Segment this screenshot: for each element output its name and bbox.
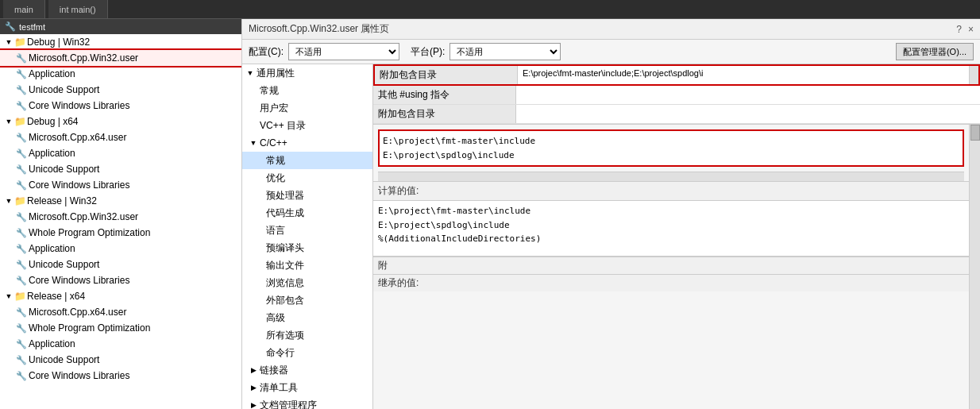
wrench-core1-icon: 🔧 (16, 101, 27, 111)
tree-ms-cpp-win32-user-2[interactable]: 🔧 Microsoft.Cpp.Win32.user (0, 209, 241, 225)
prop-tree-general-cpp-label: 常规 (264, 154, 285, 168)
wrench-core3-icon: 🔧 (16, 276, 27, 286)
expand-debug-x64-icon: ▼ (3, 118, 14, 125)
expand-cpp-icon: ▼ (249, 139, 258, 147)
tab-main[interactable]: main (3, 0, 45, 18)
tree-core-win-4[interactable]: 🔧 Core Windows Libraries (0, 368, 241, 384)
expand-debug-win32-icon: ▼ (3, 38, 14, 46)
tree-whole-prog-2[interactable]: 🔧 Whole Program Optimization (0, 320, 241, 336)
tree-unicode-4-label: Unicode Support (27, 354, 99, 365)
tree-release-x64[interactable]: ▼ 📁 Release | x64 (0, 288, 241, 304)
computed-value-1: E:\project\fmt-master\include (378, 204, 964, 218)
prop-tree-advanced[interactable]: 高级 (242, 309, 372, 326)
other-using-value[interactable] (516, 86, 980, 104)
wrench-core2-icon: 🔧 (16, 180, 27, 191)
tree-whole-prog-1-label: Whole Program Optimization (27, 227, 150, 238)
platform-select[interactable]: 不适用 (449, 43, 561, 60)
vscrollbar-right[interactable] (969, 125, 980, 409)
tab-int-main[interactable]: int main() (48, 0, 108, 18)
tree-core-win-2-label: Core Windows Libraries (27, 179, 129, 191)
wrench-app3-icon: 🔧 (16, 244, 27, 254)
prop-tree-external-label: 外部包含 (264, 294, 304, 307)
wrench-unicode1-icon: 🔧 (16, 85, 27, 95)
prop-tree-all-options-label: 所有选项 (264, 329, 304, 342)
prop-tree-linker[interactable]: ▶ 链接器 (242, 361, 372, 379)
tree-core-win-2[interactable]: 🔧 Core Windows Libraries (0, 177, 241, 193)
folder-debug-x64-icon: 📁 (14, 116, 25, 127)
tree-app-2[interactable]: 🔧 Application (0, 145, 241, 161)
inherited-label: 继承的值: (378, 277, 419, 288)
tree-whole-prog-1[interactable]: 🔧 Whole Program Optimization (0, 225, 241, 241)
include-dirs2-value[interactable] (516, 105, 980, 123)
hscrollbar[interactable] (378, 172, 964, 181)
tree-debug-x64-label: Debug | x64 (25, 116, 79, 127)
prop-tree-language-label: 语言 (264, 224, 285, 237)
tree-unicode-4[interactable]: 🔧 Unicode Support (0, 352, 241, 368)
tree-app-4[interactable]: 🔧 Application (0, 336, 241, 352)
wrench-app4-icon: 🔧 (16, 339, 27, 349)
prop-tree-preprocessor-label: 预处理器 (264, 189, 304, 203)
prop-tree-codegen-label: 代码生成 (264, 206, 304, 220)
folder-rel-x64-icon: 📁 (14, 291, 25, 302)
wrench-rx64-icon: 🔧 (16, 307, 27, 318)
include-dirs-prop-value[interactable]: E:\projec\fmt-master\include;E:\project\… (518, 66, 969, 84)
prop-tree-language[interactable]: 语言 (242, 222, 372, 239)
prop-tree-browse[interactable]: 浏览信息 (242, 274, 372, 291)
include-dirs2-name: 附加包含目录 (373, 105, 516, 123)
prop-tree-optimize-label: 优化 (264, 172, 285, 185)
prop-tree-user[interactable]: 用户宏 (242, 99, 372, 117)
tree-unicode-1[interactable]: 🔧 Unicode Support (0, 82, 241, 98)
wrench-app2-icon: 🔧 (16, 149, 27, 159)
tree-core-win-1[interactable]: 🔧 Core Windows Libraries (0, 98, 241, 114)
prop-tree-advanced-label: 高级 (264, 311, 285, 325)
tree-app-3[interactable]: 🔧 Application (0, 241, 241, 257)
prop-tree-all-options[interactable]: 所有选项 (242, 326, 372, 344)
help-icon[interactable]: ? (956, 24, 962, 35)
tree-ms-cpp-x64-user-2-label: Microsoft.Cpp.x64.user (27, 307, 126, 318)
prop-tree-linker-label: 链接器 (258, 364, 288, 377)
prop-tree-cmdline[interactable]: 命令行 (242, 344, 372, 361)
solution-title: testfmt (19, 22, 45, 32)
prop-tree-user-label: 用户宏 (258, 102, 288, 115)
expand-manifest-icon: ▶ (249, 384, 258, 392)
prop-tree-general[interactable]: 常规 (242, 82, 372, 99)
tree-app-1[interactable]: 🔧 Application (0, 66, 241, 82)
config-label: 配置(C): (249, 45, 284, 59)
tree-ms-cpp-x64-label: Microsoft.Cpp.x64.user (27, 132, 126, 143)
tree-debug-win32[interactable]: ▼ 📁 Debug | Win32 (0, 34, 241, 50)
computed-value-2: E:\project\spdlog\include (378, 218, 964, 233)
prop-tree-external[interactable]: 外部包含 (242, 291, 372, 309)
wrench-rw32-icon: 🔧 (16, 212, 27, 222)
tree-debug-x64[interactable]: ▼ 📁 Debug | x64 (0, 114, 241, 129)
expand-rel-x64-icon: ▼ (3, 292, 14, 300)
tree-unicode-3[interactable]: 🔧 Unicode Support (0, 257, 241, 272)
prop-tree-preprocessor[interactable]: 预处理器 (242, 187, 372, 204)
tree-core-win-3-label: Core Windows Libraries (27, 275, 129, 286)
edit-value-2: E:\project\spdlog\include (383, 149, 959, 163)
solution-explorer-header: 🔧 testfmt (0, 19, 241, 34)
tree-unicode-2[interactable]: 🔧 Unicode Support (0, 161, 241, 177)
prop-tree-optimize[interactable]: 优化 (242, 169, 372, 187)
config-manager-button[interactable]: 配置管理器(O)... (896, 43, 974, 60)
tree-release-win32[interactable]: ▼ 📁 Release | Win32 (0, 193, 241, 209)
prop-tree-general-cpp[interactable]: 常规 (242, 152, 372, 169)
expand-general-props-icon: ▼ (245, 69, 255, 77)
prop-tree-vc-dirs[interactable]: VC++ 目录 (242, 117, 372, 134)
prop-tree-manifest[interactable]: ▶ 清单工具 (242, 379, 372, 396)
prop-tree-general-props[interactable]: ▼ 通用属性 (242, 64, 372, 82)
prop-body: ▼ 通用属性 常规 用户宏 VC++ 目录 (242, 64, 980, 409)
prop-tree-output[interactable]: 输出文件 (242, 257, 372, 274)
close-icon[interactable]: × (968, 24, 974, 35)
tree-core-win-3[interactable]: 🔧 Core Windows Libraries (0, 272, 241, 288)
tree-ms-cpp-win32-user[interactable]: 🔧 Microsoft.Cpp.Win32.user (0, 50, 241, 66)
tree-ms-cpp-x64-user[interactable]: 🔧 Microsoft.Cpp.x64.user (0, 129, 241, 145)
prop-tree-codegen[interactable]: 代码生成 (242, 204, 372, 222)
include-dirs2-label: 附加包含目录 (378, 107, 435, 121)
prop-tree-xmldoc[interactable]: ▶ 文档管理程序 (242, 396, 372, 409)
edit-include-dirs-box[interactable]: E:\project\fmt-master\include E:\project… (378, 129, 964, 167)
prop-tree-cpp[interactable]: ▼ C/C++ (242, 134, 372, 152)
prop-tree-precompiled[interactable]: 预编译头 (242, 239, 372, 257)
config-select[interactable]: 不适用 (288, 43, 399, 60)
tree-ms-cpp-x64-user-2[interactable]: 🔧 Microsoft.Cpp.x64.user (0, 304, 241, 320)
tree-unicode-2-label: Unicode Support (27, 164, 99, 175)
